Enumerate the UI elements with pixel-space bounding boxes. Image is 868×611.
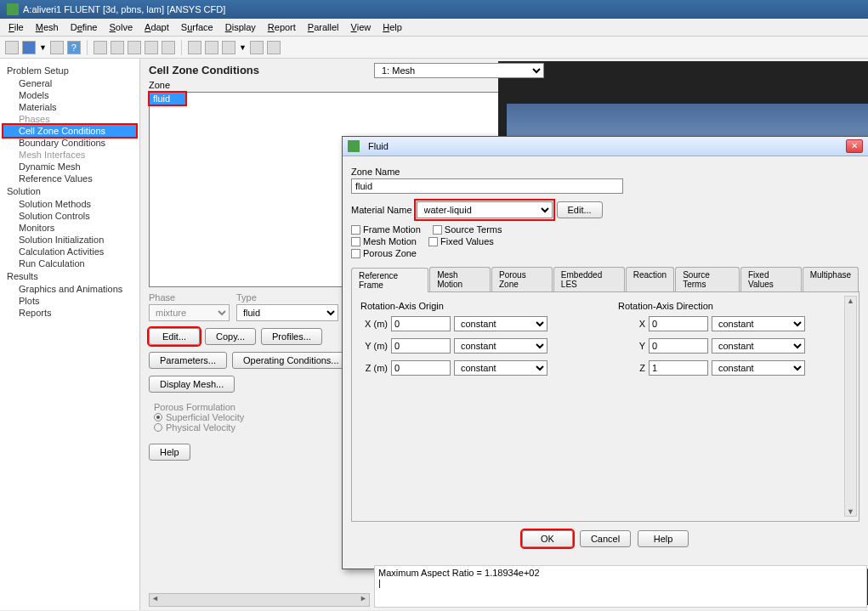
chk-mesh-motion[interactable]: Mesh Motion: [351, 236, 417, 246]
tree-reports[interactable]: Reports: [3, 307, 136, 319]
chk-porous-zone[interactable]: Porous Zone: [351, 248, 417, 258]
dialog-tabs: Reference Frame Mesh Motion Porous Zone …: [351, 267, 859, 292]
frame-scrollbar[interactable]: [844, 296, 857, 517]
dir-x-input[interactable]: [649, 316, 708, 331]
label-zm: Z (m): [360, 363, 388, 373]
cancel-button[interactable]: Cancel: [580, 530, 631, 547]
fluid-dialog: Fluid ✕ Zone Name Material Name water-li…: [342, 136, 868, 569]
zone-item-fluid[interactable]: fluid: [150, 93, 185, 105]
ok-button[interactable]: OK: [522, 530, 573, 547]
probe-icon[interactable]: [162, 41, 175, 54]
menu-solve[interactable]: Solve: [105, 20, 139, 34]
menu-define[interactable]: Define: [65, 20, 103, 34]
menu-view[interactable]: View: [346, 20, 377, 34]
dir-y-input[interactable]: [649, 338, 708, 354]
origin-x-input[interactable]: [391, 316, 451, 331]
tree-solution-controls[interactable]: Solution Controls: [3, 210, 136, 222]
origin-z-input[interactable]: [391, 360, 451, 376]
dir-z-type[interactable]: constant: [712, 360, 805, 376]
menu-display[interactable]: Display: [220, 20, 261, 34]
reset-icon[interactable]: [250, 41, 264, 54]
dir-x-type[interactable]: constant: [712, 316, 805, 331]
close-icon[interactable]: ✕: [846, 139, 863, 153]
tree-header-problem[interactable]: Problem Setup: [3, 64, 136, 77]
chk-frame-motion[interactable]: Frame Motion: [351, 224, 421, 235]
help-icon[interactable]: ?: [67, 41, 81, 54]
layout-icon[interactable]: [222, 41, 235, 54]
tree-plots[interactable]: Plots: [3, 295, 136, 307]
chk-source-terms[interactable]: Source Terms: [433, 224, 502, 235]
type-select[interactable]: fluid: [236, 304, 338, 321]
phase-select[interactable]: mixture: [149, 304, 230, 321]
axes-icon[interactable]: [205, 41, 218, 54]
pointer-icon[interactable]: [94, 41, 107, 54]
tree-graphics[interactable]: Graphics and Animations: [3, 283, 136, 295]
tree-models[interactable]: Models: [3, 89, 136, 101]
menubar: File Mesh Define Solve Adapt Surface Dis…: [0, 19, 868, 37]
tree-header-solution[interactable]: Solution: [3, 184, 136, 198]
tree-header-results[interactable]: Results: [3, 269, 136, 283]
tree-calc-activities[interactable]: Calculation Activities: [3, 246, 136, 257]
label-xm: X (m): [360, 319, 388, 329]
tab-source-terms[interactable]: Source Terms: [675, 267, 740, 291]
origin-z-type[interactable]: constant: [454, 360, 547, 376]
tree-boundary[interactable]: Boundary Conditions: [3, 137, 136, 149]
menu-report[interactable]: Report: [263, 20, 301, 34]
camera-icon[interactable]: [50, 41, 64, 54]
tree-cell-zone[interactable]: Cell Zone Conditions: [3, 125, 136, 137]
mesh-window-select[interactable]: 1: Mesh: [374, 63, 544, 78]
menu-file[interactable]: File: [3, 20, 29, 34]
save-icon[interactable]: [22, 41, 36, 54]
tree-materials[interactable]: Materials: [3, 101, 136, 113]
tab-fixed-values[interactable]: Fixed Values: [740, 267, 802, 291]
menu-mesh[interactable]: Mesh: [31, 20, 64, 34]
tab-reaction[interactable]: Reaction: [626, 267, 674, 291]
pan-icon[interactable]: [111, 41, 124, 54]
material-select[interactable]: water-liquid: [417, 201, 553, 218]
console[interactable]: Maximum Aspect Ratio = 1.18934e+02 |: [374, 565, 867, 608]
profiles-button[interactable]: Profiles...: [261, 328, 322, 345]
dialog-help-button[interactable]: Help: [638, 530, 689, 547]
chk-fixed-values[interactable]: Fixed Values: [428, 236, 494, 246]
zoom-icon[interactable]: [145, 41, 158, 54]
center-hscroll[interactable]: [149, 593, 370, 607]
zoom-fit-icon[interactable]: [188, 41, 201, 54]
arrange-icon[interactable]: [267, 41, 281, 54]
origin-x-type[interactable]: constant: [454, 316, 547, 331]
menu-help[interactable]: Help: [377, 20, 407, 34]
tree-run-calc[interactable]: Run Calculation: [3, 257, 136, 269]
tree-solution-init[interactable]: Solution Initialization: [3, 234, 136, 246]
zone-name-input[interactable]: [351, 178, 623, 194]
dialog-titlebar[interactable]: Fluid ✕: [343, 137, 868, 156]
display-mesh-button[interactable]: Display Mesh...: [149, 376, 235, 393]
menu-surface[interactable]: Surface: [176, 20, 218, 34]
console-line: Maximum Aspect Ratio = 1.18934e+02: [378, 568, 863, 578]
edit-button[interactable]: Edit...: [149, 328, 200, 345]
menu-adapt[interactable]: Adapt: [139, 20, 174, 34]
tree-monitors[interactable]: Monitors: [3, 222, 136, 234]
tree-solution-methods[interactable]: Solution Methods: [3, 198, 136, 210]
tree-general[interactable]: General: [3, 77, 136, 89]
open-icon[interactable]: [5, 41, 19, 54]
tree-phases[interactable]: Phases: [3, 113, 136, 125]
origin-y-input[interactable]: [391, 338, 451, 354]
dir-z-input[interactable]: [649, 360, 708, 376]
app-icon: [7, 3, 19, 15]
rotate-icon[interactable]: [128, 41, 141, 54]
material-edit-button[interactable]: Edit...: [557, 201, 603, 218]
help-button[interactable]: Help: [149, 444, 190, 461]
dir-y-type[interactable]: constant: [712, 338, 805, 354]
copy-button[interactable]: Copy...: [205, 328, 256, 345]
tree-mesh-interfaces[interactable]: Mesh Interfaces: [3, 149, 136, 161]
operating-button[interactable]: Operating Conditions...: [232, 352, 350, 369]
tab-mesh-motion[interactable]: Mesh Motion: [429, 267, 491, 291]
tab-reference-frame[interactable]: Reference Frame: [351, 268, 428, 292]
tab-multiphase[interactable]: Multiphase: [803, 267, 859, 291]
tree-dynamic-mesh[interactable]: Dynamic Mesh: [3, 161, 136, 173]
origin-y-type[interactable]: constant: [454, 338, 547, 354]
tab-embedded-les[interactable]: Embedded LES: [553, 267, 625, 291]
tree-reference[interactable]: Reference Values: [3, 173, 136, 184]
parameters-button[interactable]: Parameters...: [149, 352, 227, 369]
menu-parallel[interactable]: Parallel: [303, 20, 344, 34]
tab-porous-zone[interactable]: Porous Zone: [491, 267, 553, 291]
